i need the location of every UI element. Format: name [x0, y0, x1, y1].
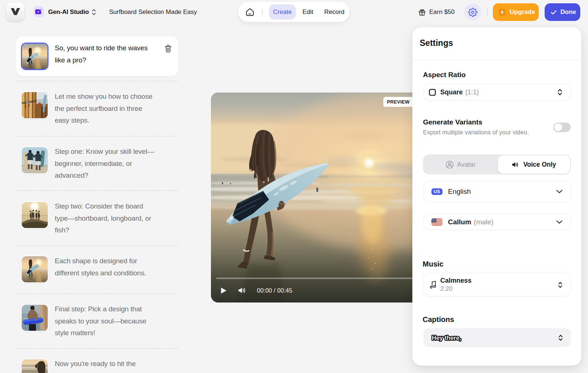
svg-text:Hey there,: Hey there,: [432, 334, 461, 341]
